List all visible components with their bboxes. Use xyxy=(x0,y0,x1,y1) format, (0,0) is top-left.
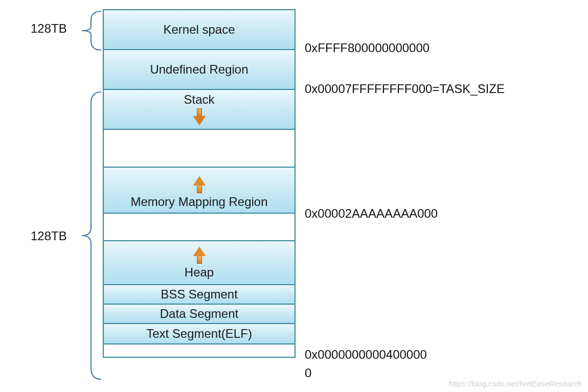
size-label-top: 128TB xyxy=(31,21,67,36)
memory-stack: Kernel space Undefined Region Stack Memo… xyxy=(103,10,296,358)
segment-label xyxy=(197,147,201,149)
segment-label: Text Segment(ELF) xyxy=(144,326,254,341)
address-text-base: 0x0000000000400000 xyxy=(305,348,427,362)
watermark-text: https://blog.csdn.net/NetEaseResearch xyxy=(449,379,582,388)
segment-label: Heap xyxy=(183,265,216,280)
segment-label: Data Segment xyxy=(158,306,240,321)
segment-label: Stack xyxy=(182,92,216,107)
segment-memory-mapping: Memory Mapping Region xyxy=(103,167,296,214)
arrow-up-icon xyxy=(193,246,206,264)
size-label-bottom: 128TB xyxy=(31,229,67,243)
segment-label xyxy=(197,226,201,228)
segment-label: Memory Mapping Region xyxy=(128,194,269,210)
memory-layout-diagram: 128TB 128TB Kernel space Undefined Regio… xyxy=(0,0,588,392)
address-mmap-base: 0x00002AAAAAAAA000 xyxy=(305,206,438,221)
segment-gap-upper xyxy=(103,129,296,168)
segment-label: Undefined Region xyxy=(148,62,250,77)
segment-data: Data Segment xyxy=(103,304,296,324)
brace-top xyxy=(76,10,102,51)
segment-text-elf: Text Segment(ELF) xyxy=(103,323,296,344)
arrow-up-icon xyxy=(193,176,206,193)
address-zero: 0 xyxy=(305,366,311,380)
segment-stack: Stack xyxy=(103,89,296,130)
segment-heap: Heap xyxy=(103,240,296,285)
segment-label xyxy=(197,350,201,352)
segment-undefined-region: Undefined Region xyxy=(103,49,296,90)
segment-label: Kernel space xyxy=(161,22,237,37)
segment-label: BSS Segment xyxy=(159,287,240,302)
segment-zero-base xyxy=(103,343,296,358)
address-task-size: 0x00007FFFFFFFF000=TASK_SIZE xyxy=(305,82,505,96)
address-kernel-base: 0xFFFF800000000000 xyxy=(305,41,429,55)
arrow-down-icon xyxy=(193,108,206,126)
segment-kernel-space: Kernel space xyxy=(103,9,296,50)
segment-bss: BSS Segment xyxy=(103,284,296,305)
brace-bottom xyxy=(76,91,102,380)
segment-gap-lower xyxy=(103,213,296,241)
